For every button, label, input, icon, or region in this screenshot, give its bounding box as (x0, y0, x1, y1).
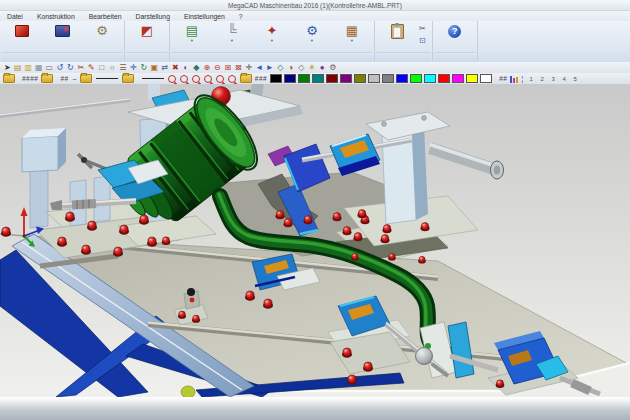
color-swatch-000080[interactable] (284, 74, 296, 83)
color-swatch-00ff00[interactable] (410, 74, 422, 83)
ribbon-group-clipboard: ✂⊡ (375, 21, 433, 62)
ribbon-button-wandmenü[interactable]: ▦▾ (332, 22, 372, 43)
group-folder-icon[interactable] (122, 74, 134, 83)
ribbon-button-normteilmenü[interactable]: ✦▾ (252, 22, 292, 43)
sheet-icon[interactable]: ▤ (13, 63, 24, 73)
ribbon-button-bearbeiten[interactable] (2, 22, 42, 39)
color-swatch-0000ff[interactable] (396, 74, 408, 83)
zoom-in-icon[interactable]: ⊕ (202, 63, 213, 73)
ribbon-group-buttons: ? (435, 22, 475, 52)
move-icon[interactable]: ✛ (128, 63, 139, 73)
open-icon[interactable]: ▥ (23, 63, 34, 73)
color-swatch-008000[interactable] (298, 74, 310, 83)
ribbon-button-einfügen[interactable] (377, 22, 417, 39)
zoom-fit-icon[interactable]: ⊠ (233, 63, 244, 73)
ribbon-small-buttons: ✂⊡ (417, 22, 430, 46)
ribbon-group-buttons: ◩ (127, 22, 167, 52)
zoom-window-icon[interactable] (180, 75, 188, 83)
linewidth-sample[interactable] (142, 78, 164, 79)
menu-item-einstellungen[interactable]: Einstellungen (177, 13, 232, 20)
redo-icon[interactable]: ↻ (65, 63, 76, 73)
monitor-icon (55, 25, 70, 37)
view-3d-icon[interactable]: ◇ (275, 63, 286, 73)
pen-width-value[interactable]: ## (59, 75, 69, 82)
color-swatch-ffff00[interactable] (466, 74, 478, 83)
hatch-style-value[interactable]: #### (21, 75, 39, 82)
color-swatch-808080[interactable] (382, 74, 394, 83)
zoom-out-icon[interactable] (216, 75, 224, 83)
rectangle-icon[interactable]: □ (97, 63, 108, 73)
view-number-2[interactable]: 2 (538, 76, 547, 82)
pen-folder-icon[interactable] (41, 74, 53, 83)
linetype-folder-icon[interactable] (80, 74, 92, 83)
view-number-1[interactable]: 1 (527, 76, 536, 82)
settings-icon[interactable]: ⚙ (328, 63, 339, 73)
scale-value[interactable]: ### (254, 75, 268, 82)
pencil-icon[interactable]: ✎ (86, 63, 97, 73)
measure-icon[interactable]: ◆ (191, 63, 202, 73)
viewport-3d[interactable] (0, 84, 630, 397)
separator[interactable]: ¦ (520, 75, 524, 82)
layer-bars-icon[interactable] (510, 75, 518, 83)
save-icon[interactable]: ▦ (34, 63, 45, 73)
mirror-icon[interactable]: ⇄ (160, 63, 171, 73)
print-icon[interactable]: ▭ (44, 63, 55, 73)
color-swatch-008080[interactable] (312, 74, 324, 83)
menu-item-[interactable]: ? (232, 13, 250, 20)
zoom-in-icon[interactable] (204, 75, 212, 83)
trim-icon[interactable]: ◐ (181, 63, 192, 73)
color-swatch-00ffff[interactable] (424, 74, 436, 83)
zoom-prev-icon[interactable] (192, 75, 200, 83)
monitor-icon (55, 23, 70, 39)
render-icon[interactable]: ● (317, 63, 328, 73)
light-icon[interactable]: ☀ (307, 63, 318, 73)
ribbon-button-3d-modus-ein-aus[interactable]: ◩ (127, 22, 167, 39)
ribbon-button-darstellung[interactable] (42, 22, 82, 39)
ribbon-button-megacad-ins-clip[interactable]: ⊡ (417, 36, 430, 46)
color-swatch-808000[interactable] (354, 74, 366, 83)
selection-icon[interactable]: ➤ (2, 63, 13, 73)
zoom-window-icon[interactable]: ⊞ (223, 63, 234, 73)
menu-item-bearbeiten[interactable]: Bearbeiten (82, 13, 129, 20)
view-number-5[interactable]: 5 (571, 76, 580, 82)
polyline-icon[interactable]: ☰ (118, 63, 129, 73)
color-swatch-c0c0c0[interactable] (368, 74, 380, 83)
pan-icon[interactable]: ✛ (244, 63, 255, 73)
ribbon-button-einstellungen[interactable]: ⚙ (82, 22, 122, 39)
wireframe-icon[interactable]: ◇ (296, 63, 307, 73)
megacad-ins-clip-icon: ⊡ (419, 36, 426, 46)
view-number-3[interactable]: 3 (549, 76, 558, 82)
menu-item-datei[interactable]: Datei (0, 13, 30, 20)
undo-icon[interactable]: ↺ (55, 63, 66, 73)
ribbon-button-hilfe[interactable]: ? (435, 22, 475, 39)
linetype-sample[interactable] (96, 78, 118, 79)
dash-value[interactable]: – (72, 75, 78, 82)
zoom-pan-icon[interactable] (228, 75, 236, 83)
view-next-icon[interactable]: ► (265, 63, 276, 73)
color-swatch-ff0000[interactable] (438, 74, 450, 83)
circle-icon[interactable]: ○ (107, 63, 118, 73)
copy-icon[interactable]: ▣ (149, 63, 160, 73)
color-swatch-800000[interactable] (326, 74, 338, 83)
layer-folder-icon[interactable] (3, 74, 15, 83)
view-prev-icon[interactable]: ◄ (254, 63, 265, 73)
color-swatch-ff00ff[interactable] (452, 74, 464, 83)
zoom-out-icon[interactable]: ⊖ (212, 63, 223, 73)
view-number-4[interactable]: 4 (560, 76, 569, 82)
ribbon-button-profile[interactable]: ▤▾ (172, 22, 212, 43)
view-folder-icon[interactable] (240, 74, 252, 83)
clipboard-icon (391, 23, 404, 39)
menu-item-darstellung[interactable]: Darstellung (129, 13, 177, 20)
ribbon-button-rohrleitungsbau[interactable]: ╚▾ (212, 22, 252, 43)
rotate-icon[interactable]: ↻ (139, 63, 150, 73)
zoom-all-icon[interactable] (168, 75, 176, 83)
color-swatch-ffffff[interactable] (480, 74, 492, 83)
cut-icon[interactable]: ✂ (76, 63, 87, 73)
layer-value[interactable]: ## (498, 75, 508, 82)
delete-icon[interactable]: ✖ (170, 63, 181, 73)
menu-item-konstruktion[interactable]: Konstruktion (30, 13, 82, 20)
shading-icon[interactable]: ◑ (286, 63, 297, 73)
color-swatch-800080[interactable] (340, 74, 352, 83)
color-swatch-000000[interactable] (270, 74, 282, 83)
ribbon-button-werkzeuge[interactable]: ⚙▾ (292, 22, 332, 43)
